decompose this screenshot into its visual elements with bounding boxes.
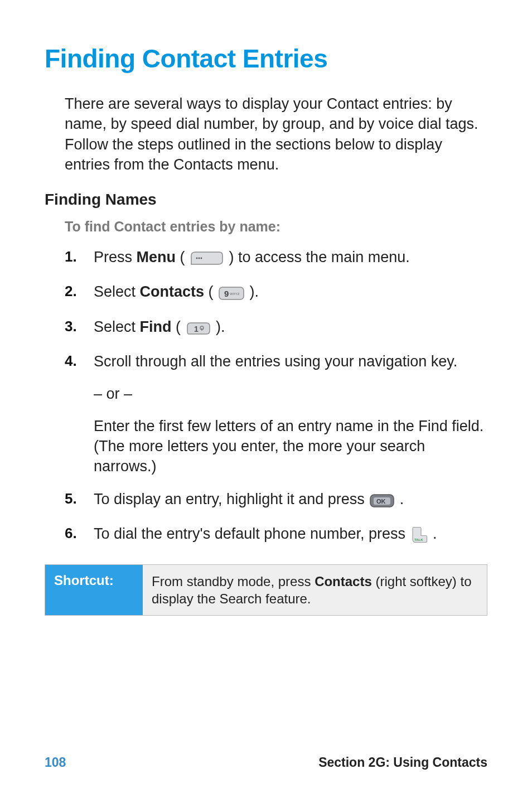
shortcut-label: Shortcut:	[45, 565, 143, 615]
step-number: 1.	[65, 247, 94, 267]
svg-point-1	[199, 257, 200, 259]
step-number: 6.	[65, 524, 94, 543]
softkey-icon	[190, 250, 224, 272]
step-text: To display an entry, highlight it and pr…	[94, 489, 487, 514]
step-number: 3.	[65, 317, 94, 336]
step-1: 1. Press Menu ( ) to access the main men…	[65, 247, 487, 272]
step-2: 2. Select Contacts ( 9 WXYZ ).	[65, 282, 487, 306]
svg-text:TALK: TALK	[414, 538, 423, 541]
svg-text:1: 1	[194, 325, 199, 333]
step-text: Press Menu ( ) to access the main menu.	[94, 247, 487, 272]
talk-key-icon: TALK	[411, 526, 428, 548]
step-text: To dial the entry's default phone number…	[94, 524, 487, 548]
step-text: Scroll through all the entries using you…	[94, 351, 487, 371]
step-4: 4. Scroll through all the entries using …	[65, 351, 487, 371]
svg-text:WXYZ: WXYZ	[230, 292, 240, 296]
step-6: 6. To dial the entry's default phone num…	[65, 524, 487, 548]
section-label: Section 2G: Using Contacts	[318, 755, 487, 770]
subheading-finding-names: Finding Names	[45, 191, 487, 209]
page-title: Finding Contact Entries	[45, 43, 487, 74]
or-separator: – or –	[94, 385, 487, 403]
steps-list: 1. Press Menu ( ) to access the main men…	[65, 247, 487, 372]
intro-paragraph: There are several ways to display your C…	[65, 94, 487, 175]
page-number: 108	[45, 755, 66, 770]
key-9-icon: 9 WXYZ	[219, 286, 244, 306]
key-1-icon: 1	[186, 321, 211, 341]
step-text: Select Find ( 1 ).	[94, 317, 487, 341]
page: Finding Contact Entries There are severa…	[0, 0, 532, 798]
svg-text:OK: OK	[376, 498, 386, 505]
step-number: 4.	[65, 351, 94, 371]
svg-point-2	[201, 257, 202, 259]
ok-key-icon: OK	[370, 493, 394, 514]
page-footer: 108 Section 2G: Using Contacts	[45, 755, 487, 770]
steps-list-continued: 5. To display an entry, highlight it and…	[65, 489, 487, 549]
step-4-alt-paragraph: Enter the first few letters of an entry …	[94, 416, 487, 477]
step-number: 5.	[65, 489, 94, 509]
svg-point-0	[196, 257, 198, 259]
shortcut-body: From standby mode, press Contacts (right…	[143, 565, 487, 615]
step-text: Select Contacts ( 9 WXYZ ).	[94, 282, 487, 306]
step-5: 5. To display an entry, highlight it and…	[65, 489, 487, 514]
shortcut-box: Shortcut: From standby mode, press Conta…	[45, 564, 487, 616]
step-number: 2.	[65, 282, 94, 301]
svg-text:9: 9	[224, 289, 229, 298]
step-3: 3. Select Find ( 1 ).	[65, 317, 487, 341]
lead-instruction: To find Contact entries by name:	[65, 219, 487, 235]
